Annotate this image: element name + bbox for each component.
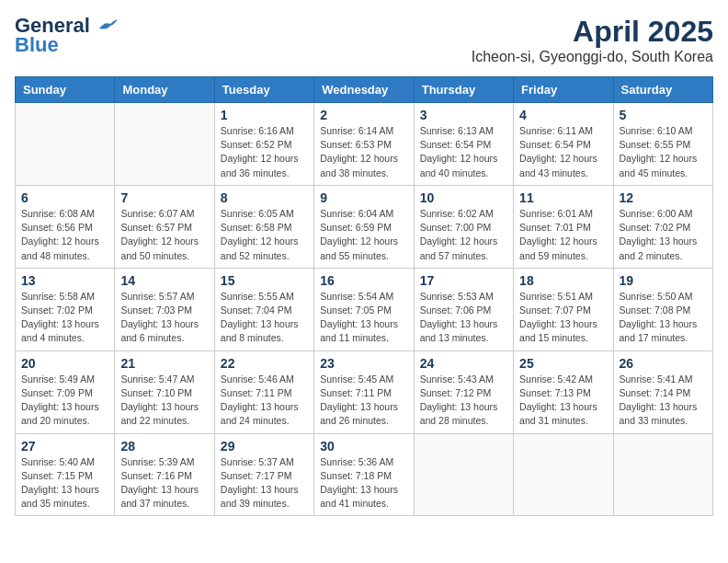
logo-bird-icon — [97, 19, 118, 34]
calendar-cell — [115, 103, 214, 186]
calendar-cell: 25Sunrise: 5:42 AM Sunset: 7:13 PM Dayli… — [514, 350, 613, 433]
day-number: 14 — [120, 273, 208, 288]
day-number: 24 — [420, 356, 507, 371]
day-info: Sunrise: 6:10 AM Sunset: 6:55 PM Dayligh… — [620, 124, 707, 180]
day-info: Sunrise: 6:02 AM Sunset: 7:00 PM Dayligh… — [420, 207, 507, 263]
day-number: 3 — [420, 108, 507, 122]
day-number: 13 — [21, 273, 108, 288]
day-info: Sunrise: 5:49 AM Sunset: 7:09 PM Dayligh… — [21, 373, 108, 429]
calendar-cell: 18Sunrise: 5:51 AM Sunset: 7:07 PM Dayli… — [514, 268, 613, 350]
header: General Blue April 2025 Icheon-si, Gyeon… — [15, 15, 713, 65]
day-info: Sunrise: 5:53 AM Sunset: 7:06 PM Dayligh… — [420, 290, 507, 346]
day-number: 28 — [120, 439, 208, 454]
calendar-header-row: SundayMondayTuesdayWednesdayThursdayFrid… — [16, 77, 713, 103]
calendar-cell: 6Sunrise: 6:08 AM Sunset: 6:56 PM Daylig… — [16, 185, 115, 268]
day-info: Sunrise: 6:16 AM Sunset: 6:52 PM Dayligh… — [221, 124, 308, 180]
day-info: Sunrise: 5:47 AM Sunset: 7:10 PM Dayligh… — [120, 373, 208, 429]
day-info: Sunrise: 5:57 AM Sunset: 7:03 PM Dayligh… — [120, 290, 208, 346]
day-info: Sunrise: 5:55 AM Sunset: 7:04 PM Dayligh… — [221, 290, 308, 346]
day-info: Sunrise: 6:05 AM Sunset: 6:58 PM Dayligh… — [221, 207, 308, 263]
calendar-cell: 29Sunrise: 5:37 AM Sunset: 7:17 PM Dayli… — [214, 433, 313, 516]
calendar-cell: 22Sunrise: 5:46 AM Sunset: 7:11 PM Dayli… — [214, 350, 313, 433]
day-number: 16 — [320, 273, 407, 288]
day-number: 29 — [221, 439, 308, 454]
day-info: Sunrise: 6:01 AM Sunset: 7:01 PM Dayligh… — [519, 207, 607, 263]
week-row-5: 27Sunrise: 5:40 AM Sunset: 7:15 PM Dayli… — [16, 433, 713, 516]
calendar-cell: 14Sunrise: 5:57 AM Sunset: 7:03 PM Dayli… — [115, 268, 214, 350]
calendar-cell: 5Sunrise: 6:10 AM Sunset: 6:55 PM Daylig… — [613, 103, 712, 186]
day-info: Sunrise: 5:41 AM Sunset: 7:14 PM Dayligh… — [620, 373, 707, 429]
week-row-2: 6Sunrise: 6:08 AM Sunset: 6:56 PM Daylig… — [16, 185, 713, 268]
calendar-cell: 12Sunrise: 6:00 AM Sunset: 7:02 PM Dayli… — [613, 185, 712, 268]
day-header-wednesday: Wednesday — [314, 77, 414, 103]
day-info: Sunrise: 5:45 AM Sunset: 7:11 PM Dayligh… — [320, 373, 407, 429]
calendar-cell: 2Sunrise: 6:14 AM Sunset: 6:53 PM Daylig… — [314, 103, 414, 186]
day-number: 20 — [21, 356, 108, 371]
calendar-cell: 13Sunrise: 5:58 AM Sunset: 7:02 PM Dayli… — [16, 268, 115, 350]
day-number: 2 — [320, 108, 407, 122]
calendar-cell — [414, 433, 513, 516]
day-number: 18 — [519, 273, 607, 288]
week-row-3: 13Sunrise: 5:58 AM Sunset: 7:02 PM Dayli… — [16, 268, 713, 350]
calendar-cell: 20Sunrise: 5:49 AM Sunset: 7:09 PM Dayli… — [16, 350, 115, 433]
day-info: Sunrise: 5:36 AM Sunset: 7:18 PM Dayligh… — [320, 455, 407, 511]
day-info: Sunrise: 6:13 AM Sunset: 6:54 PM Dayligh… — [420, 124, 507, 180]
day-number: 17 — [420, 273, 507, 288]
week-row-1: 1Sunrise: 6:16 AM Sunset: 6:52 PM Daylig… — [16, 103, 713, 186]
day-number: 15 — [221, 273, 308, 288]
logo: General Blue — [15, 15, 118, 57]
day-header-monday: Monday — [115, 77, 214, 103]
day-info: Sunrise: 6:04 AM Sunset: 6:59 PM Dayligh… — [320, 207, 407, 263]
day-number: 9 — [320, 190, 407, 205]
day-info: Sunrise: 5:51 AM Sunset: 7:07 PM Dayligh… — [519, 290, 607, 346]
calendar-cell: 15Sunrise: 5:55 AM Sunset: 7:04 PM Dayli… — [214, 268, 313, 350]
day-number: 27 — [21, 439, 108, 454]
title-block: April 2025 Icheon-si, Gyeonggi-do, South… — [472, 15, 713, 65]
calendar-cell: 1Sunrise: 6:16 AM Sunset: 6:52 PM Daylig… — [214, 103, 313, 186]
calendar-cell: 10Sunrise: 6:02 AM Sunset: 7:00 PM Dayli… — [414, 185, 513, 268]
calendar-cell: 23Sunrise: 5:45 AM Sunset: 7:11 PM Dayli… — [314, 350, 414, 433]
calendar-cell: 4Sunrise: 6:11 AM Sunset: 6:54 PM Daylig… — [514, 103, 613, 186]
day-info: Sunrise: 6:00 AM Sunset: 7:02 PM Dayligh… — [620, 207, 707, 263]
calendar-cell: 27Sunrise: 5:40 AM Sunset: 7:15 PM Dayli… — [16, 433, 115, 516]
calendar-cell — [613, 433, 712, 516]
calendar-cell: 3Sunrise: 6:13 AM Sunset: 6:54 PM Daylig… — [414, 103, 513, 186]
day-info: Sunrise: 5:43 AM Sunset: 7:12 PM Dayligh… — [420, 373, 507, 429]
day-number: 30 — [320, 439, 407, 454]
day-number: 4 — [519, 108, 607, 122]
day-info: Sunrise: 5:46 AM Sunset: 7:11 PM Dayligh… — [221, 373, 308, 429]
day-info: Sunrise: 5:37 AM Sunset: 7:17 PM Dayligh… — [221, 455, 308, 511]
day-info: Sunrise: 5:40 AM Sunset: 7:15 PM Dayligh… — [21, 455, 108, 511]
calendar-cell: 19Sunrise: 5:50 AM Sunset: 7:08 PM Dayli… — [613, 268, 712, 350]
day-info: Sunrise: 5:58 AM Sunset: 7:02 PM Dayligh… — [21, 290, 108, 346]
day-header-thursday: Thursday — [414, 77, 513, 103]
day-number: 5 — [620, 108, 707, 122]
calendar-cell: 8Sunrise: 6:05 AM Sunset: 6:58 PM Daylig… — [214, 185, 313, 268]
day-header-saturday: Saturday — [613, 77, 712, 103]
day-info: Sunrise: 5:42 AM Sunset: 7:13 PM Dayligh… — [519, 373, 607, 429]
calendar-cell: 24Sunrise: 5:43 AM Sunset: 7:12 PM Dayli… — [414, 350, 513, 433]
day-info: Sunrise: 5:50 AM Sunset: 7:08 PM Dayligh… — [620, 290, 707, 346]
calendar-cell: 9Sunrise: 6:04 AM Sunset: 6:59 PM Daylig… — [314, 185, 414, 268]
day-number: 19 — [620, 273, 707, 288]
calendar-cell — [514, 433, 613, 516]
day-number: 23 — [320, 356, 407, 371]
week-row-4: 20Sunrise: 5:49 AM Sunset: 7:09 PM Dayli… — [16, 350, 713, 433]
calendar-cell: 28Sunrise: 5:39 AM Sunset: 7:16 PM Dayli… — [115, 433, 214, 516]
day-info: Sunrise: 6:08 AM Sunset: 6:56 PM Dayligh… — [21, 207, 108, 263]
day-header-sunday: Sunday — [16, 77, 115, 103]
day-info: Sunrise: 6:07 AM Sunset: 6:57 PM Dayligh… — [120, 207, 208, 263]
calendar-cell: 7Sunrise: 6:07 AM Sunset: 6:57 PM Daylig… — [115, 185, 214, 268]
calendar-cell: 21Sunrise: 5:47 AM Sunset: 7:10 PM Dayli… — [115, 350, 214, 433]
calendar-cell: 26Sunrise: 5:41 AM Sunset: 7:14 PM Dayli… — [613, 350, 712, 433]
calendar-cell: 30Sunrise: 5:36 AM Sunset: 7:18 PM Dayli… — [314, 433, 414, 516]
calendar-cell: 11Sunrise: 6:01 AM Sunset: 7:01 PM Dayli… — [514, 185, 613, 268]
location: Icheon-si, Gyeonggi-do, South Korea — [472, 49, 713, 65]
day-number: 10 — [420, 190, 507, 205]
logo-blue-text: Blue — [15, 33, 59, 57]
day-number: 25 — [519, 356, 607, 371]
day-number: 26 — [620, 356, 707, 371]
calendar-cell: 16Sunrise: 5:54 AM Sunset: 7:05 PM Dayli… — [314, 268, 414, 350]
day-header-friday: Friday — [514, 77, 613, 103]
day-number: 7 — [120, 190, 208, 205]
